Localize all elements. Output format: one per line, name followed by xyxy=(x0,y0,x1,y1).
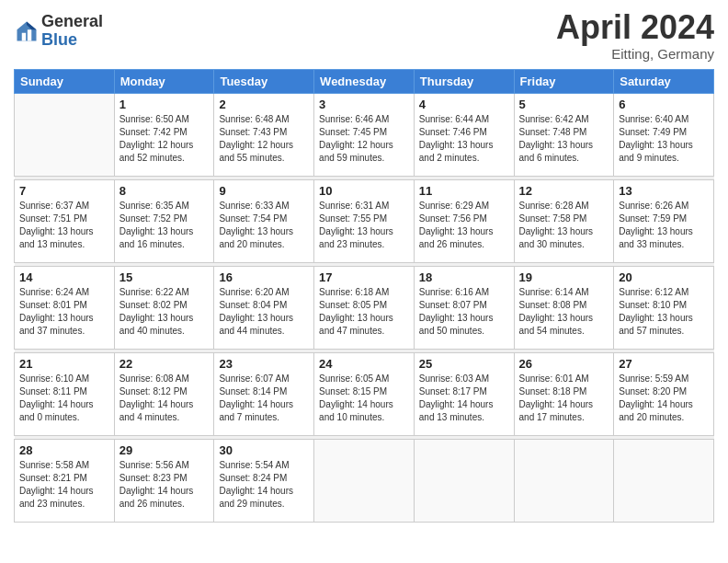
day-info: Sunrise: 6:20 AMSunset: 8:04 PMDaylight:… xyxy=(219,286,309,338)
day-number: 14 xyxy=(19,270,109,284)
logo: General Blue xyxy=(14,13,103,50)
day-cell: 5Sunrise: 6:42 AMSunset: 7:48 PMDaylight… xyxy=(514,93,614,176)
day-cell: 10Sunrise: 6:31 AMSunset: 7:55 PMDayligh… xyxy=(314,179,415,262)
day-cell: 28Sunrise: 5:58 AMSunset: 8:21 PMDayligh… xyxy=(15,439,115,522)
day-cell: 7Sunrise: 6:37 AMSunset: 7:51 PMDaylight… xyxy=(15,179,115,262)
day-cell: 13Sunrise: 6:26 AMSunset: 7:59 PMDayligh… xyxy=(614,179,714,262)
day-cell: 3Sunrise: 6:46 AMSunset: 7:45 PMDaylight… xyxy=(314,93,415,176)
day-number: 24 xyxy=(319,357,409,371)
week-row-3: 21Sunrise: 6:10 AMSunset: 8:11 PMDayligh… xyxy=(15,352,714,435)
day-cell: 18Sunrise: 6:16 AMSunset: 8:07 PMDayligh… xyxy=(414,266,514,349)
logo-blue-text: Blue xyxy=(41,31,103,50)
day-cell: 11Sunrise: 6:29 AMSunset: 7:56 PMDayligh… xyxy=(414,179,514,262)
month-title: April 2024 xyxy=(556,9,714,46)
day-info: Sunrise: 6:37 AMSunset: 7:51 PMDaylight:… xyxy=(19,200,109,251)
day-cell: 19Sunrise: 6:14 AMSunset: 8:08 PMDayligh… xyxy=(514,266,614,349)
day-info: Sunrise: 6:26 AMSunset: 7:59 PMDaylight:… xyxy=(619,200,709,251)
day-number: 28 xyxy=(19,443,109,457)
logo-icon xyxy=(14,18,40,44)
day-info: Sunrise: 6:18 AMSunset: 8:05 PMDaylight:… xyxy=(319,286,409,338)
day-info: Sunrise: 6:33 AMSunset: 7:54 PMDaylight:… xyxy=(219,200,309,251)
day-number: 26 xyxy=(519,357,609,371)
day-number: 3 xyxy=(319,98,409,111)
day-number: 10 xyxy=(319,184,409,198)
day-cell xyxy=(614,439,714,522)
week-row-1: 7Sunrise: 6:37 AMSunset: 7:51 PMDaylight… xyxy=(15,179,714,262)
day-number: 22 xyxy=(119,357,210,371)
day-number: 17 xyxy=(319,270,409,284)
day-info: Sunrise: 6:46 AMSunset: 7:45 PMDaylight:… xyxy=(319,113,409,165)
day-cell: 20Sunrise: 6:12 AMSunset: 8:10 PMDayligh… xyxy=(614,266,714,349)
day-cell: 16Sunrise: 6:20 AMSunset: 8:04 PMDayligh… xyxy=(214,266,314,349)
day-cell: 26Sunrise: 6:01 AMSunset: 8:18 PMDayligh… xyxy=(514,352,614,435)
day-number: 6 xyxy=(619,98,709,111)
col-wednesday: Wednesday xyxy=(314,69,415,93)
day-info: Sunrise: 6:50 AMSunset: 7:42 PMDaylight:… xyxy=(119,113,210,165)
day-info: Sunrise: 6:29 AMSunset: 7:56 PMDaylight:… xyxy=(419,200,509,251)
title-block: April 2024 Eitting, Germany xyxy=(556,9,714,62)
day-cell: 29Sunrise: 5:56 AMSunset: 8:23 PMDayligh… xyxy=(114,439,214,522)
day-cell xyxy=(414,439,514,522)
logo-general-text: General xyxy=(41,13,103,31)
day-cell: 15Sunrise: 6:22 AMSunset: 8:02 PMDayligh… xyxy=(114,266,214,349)
day-number: 29 xyxy=(119,443,210,457)
day-cell xyxy=(314,439,415,522)
col-thursday: Thursday xyxy=(414,69,514,93)
day-cell: 23Sunrise: 6:07 AMSunset: 8:14 PMDayligh… xyxy=(214,352,314,435)
day-info: Sunrise: 5:59 AMSunset: 8:20 PMDaylight:… xyxy=(619,373,709,424)
day-info: Sunrise: 6:03 AMSunset: 8:17 PMDaylight:… xyxy=(419,373,509,424)
col-tuesday: Tuesday xyxy=(214,69,314,93)
day-number: 21 xyxy=(19,357,109,371)
day-number: 15 xyxy=(119,270,210,284)
location: Eitting, Germany xyxy=(556,46,714,62)
svg-rect-3 xyxy=(28,29,31,40)
day-info: Sunrise: 6:08 AMSunset: 8:12 PMDaylight:… xyxy=(119,373,210,424)
day-number: 20 xyxy=(619,270,709,284)
day-cell: 17Sunrise: 6:18 AMSunset: 8:05 PMDayligh… xyxy=(314,266,415,349)
logo-text: General Blue xyxy=(41,13,103,50)
day-number: 5 xyxy=(519,98,609,111)
day-number: 1 xyxy=(119,98,210,111)
day-info: Sunrise: 6:35 AMSunset: 7:52 PMDaylight:… xyxy=(119,200,210,251)
header: General Blue April 2024 Eitting, Germany xyxy=(14,9,714,62)
day-cell: 22Sunrise: 6:08 AMSunset: 8:12 PMDayligh… xyxy=(114,352,214,435)
day-cell: 2Sunrise: 6:48 AMSunset: 7:43 PMDaylight… xyxy=(214,93,314,176)
day-cell: 21Sunrise: 6:10 AMSunset: 8:11 PMDayligh… xyxy=(15,352,115,435)
col-monday: Monday xyxy=(114,69,214,93)
day-info: Sunrise: 6:01 AMSunset: 8:18 PMDaylight:… xyxy=(519,373,609,424)
day-number: 2 xyxy=(219,98,309,111)
calendar: Sunday Monday Tuesday Wednesday Thursday… xyxy=(14,69,714,523)
day-number: 27 xyxy=(619,357,709,371)
col-saturday: Saturday xyxy=(614,69,714,93)
day-info: Sunrise: 6:24 AMSunset: 8:01 PMDaylight:… xyxy=(19,286,109,338)
day-info: Sunrise: 6:05 AMSunset: 8:15 PMDaylight:… xyxy=(319,373,409,424)
day-cell xyxy=(15,93,115,176)
day-number: 19 xyxy=(519,270,609,284)
day-cell xyxy=(514,439,614,522)
day-cell: 6Sunrise: 6:40 AMSunset: 7:49 PMDaylight… xyxy=(614,93,714,176)
day-cell: 27Sunrise: 5:59 AMSunset: 8:20 PMDayligh… xyxy=(614,352,714,435)
day-number: 16 xyxy=(219,270,309,284)
col-sunday: Sunday xyxy=(15,69,115,93)
day-info: Sunrise: 5:58 AMSunset: 8:21 PMDaylight:… xyxy=(19,459,109,511)
day-number: 30 xyxy=(219,443,309,457)
day-info: Sunrise: 5:56 AMSunset: 8:23 PMDaylight:… xyxy=(119,459,210,511)
calendar-header-row: Sunday Monday Tuesday Wednesday Thursday… xyxy=(15,69,714,93)
day-number: 9 xyxy=(219,184,309,198)
day-cell: 8Sunrise: 6:35 AMSunset: 7:52 PMDaylight… xyxy=(114,179,214,262)
day-number: 13 xyxy=(619,184,709,198)
day-info: Sunrise: 6:44 AMSunset: 7:46 PMDaylight:… xyxy=(419,113,509,165)
day-number: 25 xyxy=(419,357,509,371)
week-row-4: 28Sunrise: 5:58 AMSunset: 8:21 PMDayligh… xyxy=(15,439,714,522)
day-number: 18 xyxy=(419,270,509,284)
col-friday: Friday xyxy=(514,69,614,93)
day-cell: 30Sunrise: 5:54 AMSunset: 8:24 PMDayligh… xyxy=(214,439,314,522)
day-number: 7 xyxy=(19,184,109,198)
day-info: Sunrise: 6:31 AMSunset: 7:55 PMDaylight:… xyxy=(319,200,409,251)
day-cell: 14Sunrise: 6:24 AMSunset: 8:01 PMDayligh… xyxy=(15,266,115,349)
day-info: Sunrise: 6:40 AMSunset: 7:49 PMDaylight:… xyxy=(619,113,709,165)
day-info: Sunrise: 6:28 AMSunset: 7:58 PMDaylight:… xyxy=(519,200,609,251)
day-info: Sunrise: 6:48 AMSunset: 7:43 PMDaylight:… xyxy=(219,113,309,165)
day-info: Sunrise: 5:54 AMSunset: 8:24 PMDaylight:… xyxy=(219,459,309,511)
day-info: Sunrise: 6:10 AMSunset: 8:11 PMDaylight:… xyxy=(19,373,109,424)
